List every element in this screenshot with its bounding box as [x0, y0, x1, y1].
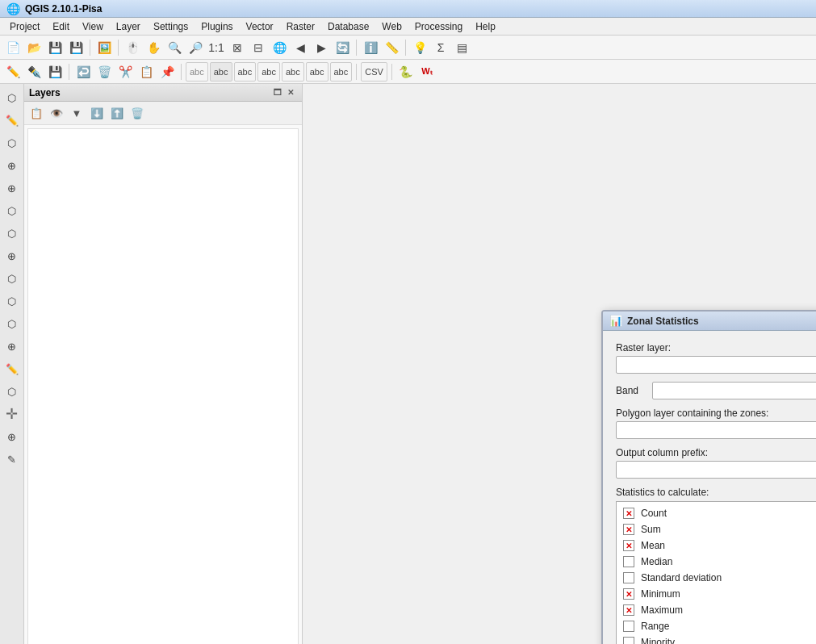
- tb-zoom-full[interactable]: 🌐: [270, 38, 289, 57]
- tb-zoom-layer[interactable]: ⊠: [228, 38, 247, 57]
- tb-delete[interactable]: 🗑️: [94, 62, 114, 82]
- tb-zoom-selection[interactable]: ⊟: [249, 38, 268, 57]
- tb-select[interactable]: 🖱️: [123, 38, 142, 57]
- menu-item-processing[interactable]: Processing: [408, 19, 469, 34]
- stat-item-sum[interactable]: ✕Sum: [617, 521, 816, 537]
- tb-zoom-next[interactable]: ▶: [312, 38, 331, 57]
- sidebar-icon-node[interactable]: ⬡: [2, 223, 23, 244]
- tb-new[interactable]: 📄: [3, 38, 23, 57]
- stat-item-range[interactable]: Range: [617, 618, 816, 634]
- sidebar-icon-cut-feature[interactable]: ⬡: [2, 268, 23, 289]
- tb-grid[interactable]: ▤: [452, 38, 471, 57]
- tb-save-as[interactable]: 💾: [66, 38, 86, 57]
- tb-save2[interactable]: 💾: [45, 62, 65, 82]
- menu-item-database[interactable]: Database: [321, 19, 375, 34]
- layers-remove[interactable]: 🗑️: [128, 104, 146, 122]
- sidebar-icon-edit[interactable]: ✏️: [2, 110, 23, 131]
- tb-refresh[interactable]: 🔄: [333, 38, 352, 57]
- tb-zoom-prev[interactable]: ◀: [291, 38, 310, 57]
- tb-label4[interactable]: abc: [257, 62, 280, 82]
- stat-checkbox-range[interactable]: [623, 621, 634, 632]
- tb-save[interactable]: 💾: [45, 38, 65, 57]
- tb-label3[interactable]: abc: [234, 62, 257, 82]
- tb-zoom-1[interactable]: 1:1: [207, 38, 226, 57]
- sidebar-icon-snap[interactable]: ⬡: [2, 381, 23, 402]
- sidebar-icon-add2[interactable]: ⊕: [2, 178, 23, 199]
- menu-item-edit[interactable]: Edit: [46, 19, 76, 34]
- stat-item-median[interactable]: Median: [617, 554, 816, 570]
- menu-item-plugins[interactable]: Plugins: [195, 19, 239, 34]
- tb-label7[interactable]: abc: [330, 62, 353, 82]
- menu-item-vector[interactable]: Vector: [240, 19, 280, 34]
- layers-expand[interactable]: ⬇️: [88, 104, 106, 122]
- tb-edit-pencil[interactable]: ✏️: [3, 62, 23, 82]
- map-canvas[interactable]: 📊 Zonal Statistics ? ✕ Raster layer: ▼: [303, 84, 816, 644]
- tb-csv[interactable]: CSV: [361, 62, 387, 82]
- layers-add-group[interactable]: 📋: [27, 104, 45, 122]
- tb-edit-pen[interactable]: ✒️: [24, 62, 44, 82]
- stat-item-minority[interactable]: Minority: [617, 634, 816, 644]
- sidebar-icon-add-feature[interactable]: ⊕: [2, 155, 23, 176]
- tb-label5[interactable]: abc: [282, 62, 304, 82]
- stat-checkbox-median[interactable]: [623, 556, 634, 567]
- sidebar-icon-cross[interactable]: ✛: [2, 404, 23, 424]
- tb-cut[interactable]: ✂️: [115, 62, 135, 82]
- layers-close-btn[interactable]: ✕: [284, 86, 297, 99]
- tb-identify[interactable]: ℹ️: [361, 38, 380, 57]
- sidebar-icon-georef[interactable]: ⊕: [2, 426, 23, 447]
- tb-wkt[interactable]: Wₜ: [417, 62, 437, 82]
- menu-item-project[interactable]: Project: [3, 19, 46, 34]
- tb-label6[interactable]: abc: [306, 62, 328, 82]
- tb-paste[interactable]: 📌: [157, 62, 177, 82]
- tb-print[interactable]: 🖼️: [94, 38, 114, 57]
- menu-item-web[interactable]: Web: [375, 19, 408, 34]
- layers-filter[interactable]: ▼: [68, 104, 86, 122]
- sidebar-icon-reshape[interactable]: ✏️: [2, 358, 23, 379]
- menu-item-view[interactable]: View: [76, 19, 110, 34]
- tb-zoom-in[interactable]: 🔍: [165, 38, 184, 57]
- stat-checkbox-count[interactable]: ✕: [623, 508, 634, 519]
- sidebar-icon-tools[interactable]: ✎: [2, 449, 23, 470]
- sidebar-icon-move[interactable]: ⬡: [2, 200, 23, 221]
- polygon-layer-combo[interactable]: ▼: [616, 421, 816, 439]
- stat-checkbox-minority[interactable]: [623, 637, 634, 644]
- sidebar-icon-merge[interactable]: ⬡: [2, 313, 23, 334]
- tb-pan[interactable]: ✋: [144, 38, 163, 57]
- layers-collapse[interactable]: ⬆️: [108, 104, 126, 122]
- band-combo[interactable]: [652, 382, 816, 399]
- tb-copy[interactable]: 📋: [136, 62, 156, 82]
- layers-restore-btn[interactable]: 🗖: [271, 86, 284, 99]
- stat-item-standard-deviation[interactable]: Standard deviation: [617, 570, 816, 586]
- tb-label2[interactable]: abc: [210, 62, 232, 82]
- tb-python[interactable]: 🐍: [396, 62, 416, 82]
- stat-checkbox-sum[interactable]: ✕: [623, 524, 634, 535]
- menu-item-settings[interactable]: Settings: [147, 19, 195, 34]
- stat-checkbox-mean[interactable]: ✕: [623, 540, 634, 551]
- menu-item-help[interactable]: Help: [469, 19, 502, 34]
- stat-item-maximum[interactable]: ✕Maximum: [617, 602, 816, 618]
- tb-open[interactable]: 📂: [24, 38, 44, 57]
- toolbar-main: 📄 📂 💾 💾 🖼️ 🖱️ ✋ 🔍 🔎 1:1 ⊠ ⊟ 🌐 ◀ ▶ 🔄 ℹ️ 📏…: [0, 36, 816, 60]
- sidebar-icon-select[interactable]: ⬡: [2, 87, 23, 108]
- sidebar-icon-split[interactable]: ⬡: [2, 291, 23, 312]
- tb-zoom-out[interactable]: 🔎: [186, 38, 205, 57]
- menu-item-layer[interactable]: Layer: [110, 19, 147, 34]
- tb-rollback[interactable]: ↩️: [73, 62, 93, 82]
- sidebar-icon-delete-feature[interactable]: ⊕: [2, 245, 23, 266]
- layers-show-all[interactable]: 👁️: [48, 104, 65, 122]
- output-prefix-input[interactable]: [616, 461, 816, 479]
- menu-item-raster[interactable]: Raster: [280, 19, 321, 34]
- tb-tips[interactable]: 💡: [410, 38, 429, 57]
- sidebar-icon-digitize[interactable]: ⬡: [2, 132, 23, 153]
- stat-item-minimum[interactable]: ✕Minimum: [617, 586, 816, 602]
- stat-item-mean[interactable]: ✕Mean: [617, 537, 816, 554]
- raster-layer-combo[interactable]: ▼: [616, 356, 816, 374]
- stat-item-count[interactable]: ✕Count: [617, 505, 816, 521]
- tb-sum[interactable]: Σ: [431, 38, 450, 57]
- stat-checkbox-minimum[interactable]: ✕: [623, 588, 634, 600]
- stat-checkbox-maximum[interactable]: ✕: [623, 604, 634, 616]
- tb-label1[interactable]: abc: [186, 62, 208, 82]
- stat-checkbox-standard-deviation[interactable]: [623, 572, 634, 583]
- sidebar-icon-offset[interactable]: ⊕: [2, 336, 23, 357]
- tb-measure[interactable]: 📏: [382, 38, 401, 57]
